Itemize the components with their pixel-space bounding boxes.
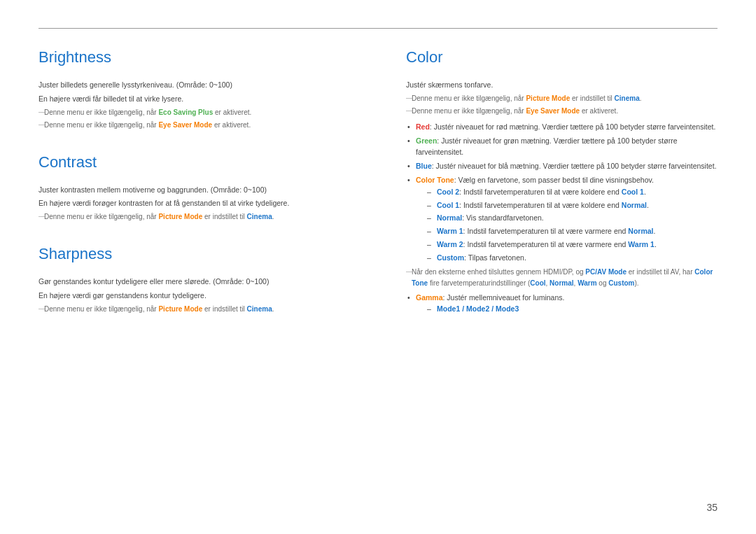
contrast-section: Contrast Juster kontrasten mellem motive… — [38, 153, 350, 223]
contrast-note1: Denne menu er ikke tilgængelig, når Pict… — [38, 211, 350, 223]
bullet-red: Red: Justér niveauet for rød mætning. Væ… — [406, 121, 718, 133]
two-col-layout: Brightness Juster billedets generelle ly… — [38, 48, 718, 337]
contrast-desc2: En højere værdi forøger kontrasten for a… — [38, 197, 350, 209]
sharpness-title: Sharpness — [38, 245, 350, 263]
contrast-desc1: Juster kontrasten mellem motiverne og ba… — [38, 184, 350, 196]
brightness-desc1: Juster billedets generelle lysstyrkenive… — [38, 79, 350, 91]
gamma-bullet-list: Gamma: Justér mellemniveauet for luminan… — [406, 292, 718, 316]
page-container: Brightness Juster billedets generelle ly… — [0, 0, 756, 534]
brightness-desc2: En højere værdi får billedet til at virk… — [38, 93, 350, 105]
hdmi-note: Når den eksterne enhed tilsluttes gennem… — [406, 267, 718, 289]
color-bullet-list: Red: Justér niveauet for rød mætning. Væ… — [406, 121, 718, 264]
left-column: Brightness Juster billedets generelle ly… — [38, 48, 364, 337]
brightness-title: Brightness — [38, 48, 350, 66]
bullet-gamma: Gamma: Justér mellemniveauet for luminan… — [406, 292, 718, 316]
bullet-green: Green: Justér niveauet for grøn mætning.… — [406, 135, 718, 159]
color-intro-text: Justér skærmens tonfarve. — [406, 79, 718, 91]
right-column: Color Justér skærmens tonfarve. Denne me… — [392, 48, 718, 337]
color-title: Color — [406, 48, 718, 66]
bullet-blue: Blue: Justér niveauet for blå mætning. V… — [406, 160, 718, 172]
subitem-gamma-modes: Mode1 / Mode2 / Mode3 — [427, 303, 718, 315]
brightness-section: Brightness Juster billedets generelle ly… — [38, 48, 350, 131]
subitem-warm2: Warm 2: Indstil farvetemperaturen til at… — [427, 239, 718, 251]
subitem-custom: Custom: Tilpas farvetonen. — [427, 252, 718, 264]
sharpness-desc1: Gør genstandes kontur tydeligere eller m… — [38, 276, 350, 288]
subitem-warm1: Warm 1: Indstil farvetemperaturen til at… — [427, 225, 718, 237]
subitem-cool2: Cool 2: Indstil farvetemperaturen til at… — [427, 186, 718, 198]
sharpness-section: Sharpness Gør genstandes kontur tydelige… — [38, 245, 350, 315]
brightness-note1: Denne menu er ikke tilgængelig, når Eco … — [38, 107, 350, 118]
sharpness-note1: Denne menu er ikke tilgængelig, når Pict… — [38, 304, 350, 315]
contrast-title: Contrast — [38, 153, 350, 171]
sharpness-desc2: En højere værdi gør genstandens kontur t… — [38, 290, 350, 302]
gamma-sublist: Mode1 / Mode2 / Mode3 — [416, 303, 718, 315]
bullet-color-tone: Color Tone: Vælg en farvetone, som passe… — [406, 174, 718, 264]
color-note1: Denne menu er ikke tilgængelig, når Pict… — [406, 93, 718, 104]
subitem-cool1: Cool 1: Indstil farvetemperaturen til at… — [427, 199, 718, 211]
color-intro: Justér skærmens tonfarve. Denne menu er … — [406, 79, 718, 117]
color-note2: Denne menu er ikke tilgængelig, når Eye … — [406, 106, 718, 117]
top-border — [38, 28, 718, 29]
color-tone-sublist: Cool 2: Indstil farvetemperaturen til at… — [416, 186, 718, 264]
brightness-note2: Denne menu er ikke tilgængelig, når Eye … — [38, 120, 350, 131]
subitem-normal: Normal: Vis standardfarvetonen. — [427, 212, 718, 224]
page-number: 35 — [706, 502, 718, 513]
